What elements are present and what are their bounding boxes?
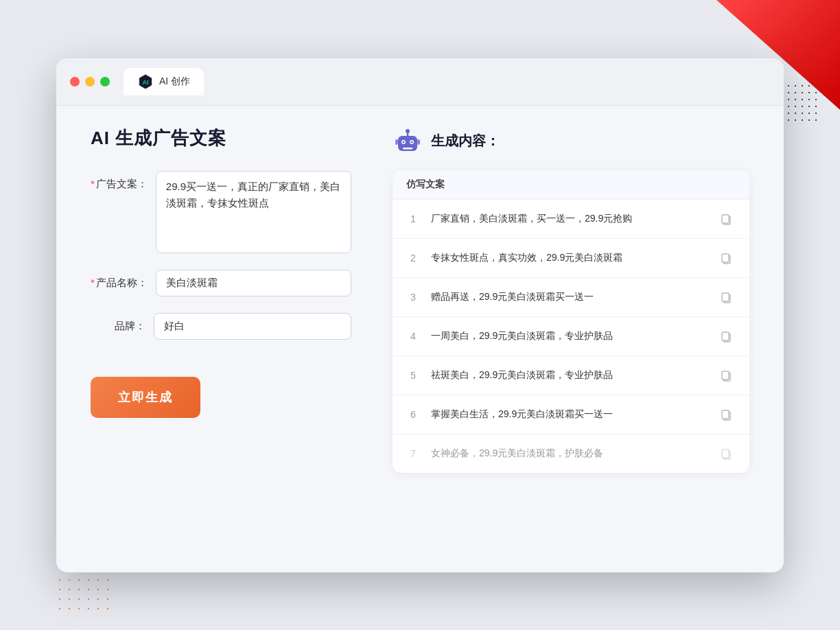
required-star-product-name: * [91,277,95,288]
row-num-6: 6 [406,409,420,420]
browser-window: AI AI 创作 AI 生成广告文案 *广告文案： 29.9买一送一，真正的厂家… [56,58,784,572]
ai-tab[interactable]: AI AI 创作 [124,68,204,95]
svg-text:AI: AI [143,79,149,86]
main-content: AI 生成广告文案 *广告文案： 29.9买一送一，真正的厂家直销，美白淡斑霜，… [56,106,784,572]
svg-rect-23 [722,410,729,419]
row-text-1: 厂家直销，美白淡斑霜，买一送一，29.9元抢购 [431,211,705,226]
input-ad-copy[interactable]: 29.9买一送一，真正的厂家直销，美白淡斑霜，专抹女性斑点 [156,171,351,253]
svg-point-7 [403,141,405,143]
svg-rect-19 [722,332,729,340]
table-header: 仿写文案 [393,170,749,200]
dot-pattern-right [778,82,819,124]
ai-tab-icon: AI [137,73,154,90]
row-text-5: 祛斑美白，29.9元美白淡斑霜，专业护肤品 [431,368,705,382]
results-table: 仿写文案 1 厂家直销，美白淡斑霜，买一送一，29.9元抢购 2 专抹女性斑点，… [393,170,749,473]
table-row: 6 掌握美白生活，29.9元美白淡斑霜买一送一 [393,395,749,434]
svg-rect-17 [722,293,729,301]
minimize-button[interactable] [85,77,95,86]
svg-rect-9 [403,148,412,150]
table-row: 5 祛斑美白，29.9元美白淡斑霜，专业护肤品 [393,356,749,395]
table-row: 1 厂家直销，美白淡斑霜，买一送一，29.9元抢购 [393,200,749,239]
traffic-lights [70,77,110,86]
close-button[interactable] [70,77,80,86]
row-text-6: 掌握美白生活，29.9元美白淡斑霜买一送一 [431,407,705,421]
title-bar: AI AI 创作 [56,58,784,106]
svg-rect-10 [395,139,398,145]
robot-icon [393,126,423,156]
maximize-button[interactable] [100,77,110,86]
result-header-title: 生成内容： [431,132,500,150]
table-row: 3 赠品再送，29.9元美白淡斑霜买一送一 [393,278,749,317]
required-star-ad-copy: * [91,178,95,189]
row-num-1: 1 [406,213,420,224]
copy-icon-6[interactable] [716,405,736,424]
copy-icon-5[interactable] [716,366,736,385]
page-title: AI 生成广告文案 [91,126,351,150]
result-header: 生成内容： [393,126,749,156]
dot-pattern-bottom-left [55,575,110,616]
row-num-7: 7 [406,448,420,459]
right-panel: 生成内容： 仿写文案 1 厂家直销，美白淡斑霜，买一送一，29.9元抢购 [393,126,749,545]
copy-icon-7[interactable] [716,444,736,463]
copy-icon-1[interactable] [716,209,736,229]
svg-rect-21 [722,371,729,380]
copy-icon-4[interactable] [716,327,736,346]
label-brand: 品牌： [91,313,145,333]
copy-icon-3[interactable] [716,288,736,307]
table-row: 7 女神必备，29.9元美白淡斑霜，护肤必备 [393,434,749,473]
table-row: 2 专抹女性斑点，真实功效，29.9元美白淡斑霜 [393,239,749,278]
svg-rect-15 [722,254,729,262]
form-group-brand: 品牌： [91,313,351,340]
svg-rect-11 [417,139,420,145]
row-text-7: 女神必备，29.9元美白淡斑霜，护肤必备 [431,446,705,460]
svg-point-4 [406,129,410,133]
row-num-5: 5 [406,370,420,381]
svg-point-8 [411,141,413,143]
form-group-product-name: *产品名称： [91,270,351,296]
form-group-ad-copy: *广告文案： 29.9买一送一，真正的厂家直销，美白淡斑霜，专抹女性斑点 [91,171,351,253]
row-num-3: 3 [406,292,420,303]
generate-button[interactable]: 立即生成 [91,377,200,418]
label-product-name: *产品名称： [91,270,148,290]
tab-label: AI 创作 [159,75,190,88]
svg-rect-13 [722,215,729,223]
table-row: 4 一周美白，29.9元美白淡斑霜，专业护肤品 [393,317,749,356]
left-panel: AI 生成广告文案 *广告文案： 29.9买一送一，真正的厂家直销，美白淡斑霜，… [91,126,351,545]
row-num-2: 2 [406,253,420,264]
row-num-4: 4 [406,331,420,342]
input-product-name[interactable] [156,270,351,296]
label-ad-copy: *广告文案： [91,171,148,191]
row-text-4: 一周美白，29.9元美白淡斑霜，专业护肤品 [431,329,705,343]
svg-rect-25 [722,450,729,458]
row-text-3: 赠品再送，29.9元美白淡斑霜买一送一 [431,290,705,304]
copy-icon-2[interactable] [716,248,736,268]
row-text-2: 专抹女性斑点，真实功效，29.9元美白淡斑霜 [431,250,705,265]
input-brand[interactable] [154,313,351,340]
